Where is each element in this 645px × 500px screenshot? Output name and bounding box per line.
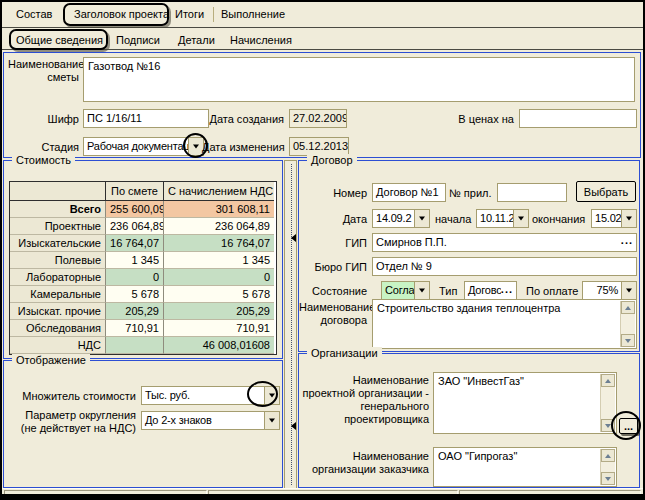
estimate-name-label: Наименованиесметы: [8, 58, 79, 84]
tab-bar: Общие сведения Подписи Детали Начисления: [2, 28, 643, 50]
bureau-label: Бюро ГИП: [307, 261, 367, 273]
customer-org-label: Наименованиеорганизации заказчика: [301, 450, 429, 476]
header-form-panel: Наименованиесметы Газотвод №16 Шифр ПС 1…: [3, 52, 641, 158]
col-header-estimate: По смете: [106, 182, 164, 201]
table-row-total: Всего 255 600,09 301 608,11: [10, 201, 276, 218]
rounding-combo[interactable]: До 2-х знаков: [141, 411, 280, 430]
type-value: Договс: [465, 282, 501, 299]
multiplier-label: Множитель стоимости: [12, 390, 136, 402]
contract-name-input[interactable]: Строительство здания теплоцентра: [372, 299, 637, 349]
chevron-down-icon[interactable]: [414, 282, 429, 299]
scrollbar[interactable]: [600, 449, 615, 485]
prices-on-input[interactable]: [519, 109, 637, 128]
tab-podpisi[interactable]: Подписи: [116, 34, 160, 46]
code-input[interactable]: ПС 1/16/11: [83, 109, 209, 128]
tab-detali[interactable]: Детали: [178, 34, 215, 46]
designer-org-label: Наименование проектной организации - ген…: [301, 374, 429, 426]
scrollbar[interactable]: [620, 301, 635, 347]
chevron-down-icon[interactable]: [513, 210, 528, 227]
table-row: Лабораторные 0 0: [10, 269, 276, 286]
chevron-down-icon[interactable]: [264, 412, 279, 429]
cost-table: По смете С начислением НДС Всего 255 600…: [9, 181, 277, 355]
cost-panel-title: Стоимость: [12, 154, 75, 166]
designer-org-ellipsis-button[interactable]: ...: [619, 418, 638, 434]
menu-item-sostav[interactable]: Состав: [16, 8, 52, 20]
end-date-combo[interactable]: 15.02.2: [591, 209, 637, 228]
created-date-label: Дата создания: [202, 113, 284, 125]
contract-panel: Договор Номер Договор №1 № прил. Выбрать…: [298, 160, 640, 352]
chevron-down-icon[interactable]: [621, 282, 636, 299]
state-combo[interactable]: Соглас: [381, 281, 430, 300]
status-bar: Всего Локальных смет: 9: [2, 488, 643, 500]
scroll-up-icon[interactable]: [621, 301, 635, 314]
contract-panel-title: Договор: [307, 154, 357, 166]
vertical-splitter[interactable]: [284, 160, 297, 489]
type-combo[interactable]: Договс ...: [464, 281, 517, 300]
scroll-down-icon[interactable]: [601, 472, 615, 485]
menu-item-vypolnenie[interactable]: Выполнение: [221, 8, 285, 20]
bureau-input[interactable]: Отдел № 9: [372, 257, 637, 276]
payment-combo[interactable]: 75%: [582, 281, 637, 300]
payment-label: По оплате: [526, 285, 578, 297]
table-row: Камеральные 5 678 5 678: [10, 286, 276, 303]
col-header-with-vat: С начислением НДС: [164, 182, 274, 201]
type-label: Тип: [439, 285, 461, 297]
scroll-down-icon[interactable]: [621, 334, 635, 347]
contract-date-combo[interactable]: 14.09.2: [372, 209, 430, 228]
contract-name-label: Наименованиедоговора: [299, 301, 367, 327]
collapse-left-icon[interactable]: [287, 422, 296, 430]
scroll-up-icon[interactable]: [601, 449, 615, 462]
application-window: Состав Заголовок проекта Итоги Выполнени…: [0, 0, 645, 500]
table-row: Изыскательские 16 764,07 16 764,07: [10, 235, 276, 252]
attachment-label: № прил.: [449, 187, 494, 199]
designer-org-input[interactable]: ЗАО "ИнвестГаз": [433, 372, 617, 434]
scroll-up-icon[interactable]: [601, 374, 615, 387]
chevron-down-icon[interactable]: [414, 210, 429, 227]
contract-number-input[interactable]: Договор №1: [372, 183, 446, 202]
stage-label: Стадия: [8, 141, 79, 153]
modified-date-label: Дата изменения: [202, 141, 284, 153]
customer-org-input[interactable]: ОАО "Гипрогаз": [433, 447, 617, 487]
table-row: Полевые 1 345 1 345: [10, 252, 276, 269]
start-date-label: начала: [435, 213, 473, 225]
table-row: Изыскат. прочие 205,29 205,29: [10, 303, 276, 320]
state-label: Состояние: [301, 285, 367, 297]
estimate-name-input[interactable]: Газотвод №16: [83, 57, 635, 102]
contract-date-label: Дата: [307, 213, 367, 225]
payment-value: 75%: [583, 282, 621, 299]
scroll-down-icon[interactable]: [601, 419, 615, 432]
gip-label: ГИП: [307, 237, 367, 249]
multiplier-value: Тыс. руб.: [142, 387, 264, 404]
table-row: НДС 46 008,01608: [10, 337, 276, 354]
code-label: Шифр: [8, 113, 79, 125]
menu-item-zagolovok[interactable]: Заголовок проекта: [74, 8, 169, 20]
cost-panel: Стоимость По смете С начислением НДС Все…: [3, 160, 283, 359]
stage-value: Рабочая документация: [84, 138, 188, 155]
status-section-right: [459, 490, 641, 500]
table-row: Проектные 236 064,89 236 064,89: [10, 218, 276, 235]
menu-separator: [213, 7, 214, 22]
tab-obshchie-svedeniya[interactable]: Общие сведения: [16, 34, 103, 46]
chevron-down-icon[interactable]: [621, 210, 636, 227]
cost-table-header: По смете С начислением НДС: [10, 182, 276, 201]
collapse-left-icon[interactable]: [287, 234, 296, 242]
rounding-value: До 2-х знаков: [142, 412, 264, 429]
type-ellipsis-button[interactable]: ...: [501, 283, 516, 298]
gip-input[interactable]: Смирнов П.П. ...: [372, 233, 637, 252]
scrollbar[interactable]: [600, 374, 615, 432]
select-contract-button[interactable]: Выбрать: [576, 181, 636, 202]
contract-number-label: Номер: [307, 187, 367, 199]
multiplier-combo[interactable]: Тыс. руб.: [141, 386, 280, 405]
attachment-input[interactable]: [497, 183, 567, 202]
organizations-panel: Организации Наименование проектной орган…: [298, 353, 640, 488]
chevron-down-icon[interactable]: [188, 138, 203, 155]
display-panel: Отображение Множитель стоимости Тыс. руб…: [3, 360, 283, 488]
menu-item-itogi[interactable]: Итоги: [175, 8, 204, 20]
start-date-combo[interactable]: 10.11.2: [476, 209, 529, 228]
display-panel-title: Отображение: [12, 354, 90, 366]
stage-combo[interactable]: Рабочая документация: [83, 137, 204, 156]
chevron-down-icon[interactable]: [264, 387, 279, 404]
gip-ellipsis-button[interactable]: ...: [621, 234, 633, 246]
state-value: Соглас: [382, 282, 414, 299]
tab-nachisleniya[interactable]: Начисления: [230, 34, 292, 46]
